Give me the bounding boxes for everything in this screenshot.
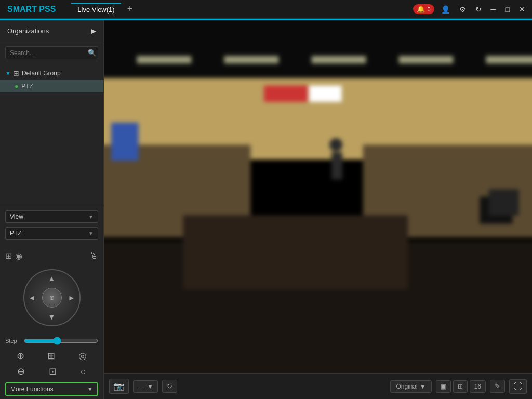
zoom-in-button[interactable]: ⊕ <box>17 350 24 362</box>
titlebar-tabs: Live View(1) + <box>71 3 136 16</box>
ptz-top-row: ⊞ ◉ 🖱 <box>5 251 98 261</box>
edit-button[interactable]: ✎ <box>490 380 505 393</box>
ptz-icon-buttons: ⊞ ◉ <box>5 251 22 261</box>
view-dropdown[interactable]: View ▼ <box>5 210 98 223</box>
zoom-out-button[interactable]: ⊖ <box>17 366 25 377</box>
search-bar: 🔍 <box>5 46 98 59</box>
tree-item-ptz-label: PTZ <box>21 83 33 90</box>
controls-section: View ▼ PTZ ▼ <box>0 206 103 248</box>
joystick-down-icon[interactable]: ▼ <box>48 313 56 321</box>
more-functions-label: More Functions <box>10 385 54 393</box>
search-input[interactable] <box>10 49 88 57</box>
maximize-button[interactable]: □ <box>503 4 512 15</box>
device-tree: ▼ ⊞ Default Group ● PTZ <box>0 63 103 206</box>
stream-chevron-icon: ▼ <box>147 383 153 390</box>
refresh-stream-button[interactable]: ↻ <box>162 380 177 393</box>
original-label: Original <box>396 383 417 390</box>
org-chevron-icon: ▶ <box>91 27 96 35</box>
focus-auto-button[interactable]: ⊡ <box>49 366 57 377</box>
snapshot-button[interactable]: 📷 <box>109 379 129 394</box>
group-icon: ⊞ <box>13 69 19 77</box>
layout-2x2-button[interactable]: ⊞ <box>453 380 468 393</box>
app-name-pss: PSS <box>37 5 56 14</box>
ptz-joystick-area: ⊞ ◉ 🖱 ▲ ▼ ◄ ► ⊕ <box>0 248 103 334</box>
step-label: Step <box>5 338 20 344</box>
fullscreen-button[interactable]: ⛶ <box>509 379 527 394</box>
joystick-container[interactable]: ▲ ▼ ◄ ► ⊕ <box>18 264 86 331</box>
titlebar: SMART PSS Live View(1) + 🔔 0 👤 ⚙ ↻ ─ □ ✕ <box>0 0 532 19</box>
ptz-dropdown-label: PTZ <box>10 230 22 237</box>
bell-icon: 🔔 <box>417 5 425 13</box>
tab-add-button[interactable]: + <box>124 4 136 15</box>
layout-1x1-button[interactable]: ▣ <box>436 380 451 393</box>
joystick-left-icon[interactable]: ◄ <box>29 294 36 302</box>
iris-open-button[interactable]: ◎ <box>78 350 87 362</box>
tree-group-default[interactable]: ▼ ⊞ Default Group <box>0 66 103 80</box>
video-area <box>104 20 532 373</box>
original-chevron-icon: ▼ <box>420 383 426 390</box>
titlebar-right: 🔔 0 👤 ⚙ ↻ ─ □ ✕ <box>413 4 532 15</box>
bottom-toolbar: 📷 — ▼ ↻ Original ▼ ▣ ⊞ 16 ✎ ⛶ <box>104 373 532 399</box>
settings-button[interactable]: ⚙ <box>457 4 469 15</box>
original-dropdown[interactable]: Original ▼ <box>390 380 431 393</box>
alert-badge[interactable]: 🔔 0 <box>413 4 434 14</box>
layout-4x4-button[interactable]: 16 <box>470 380 486 393</box>
organizations-label: Organizations <box>7 27 49 35</box>
organizations-header[interactable]: Organizations ▶ <box>0 20 103 42</box>
joystick-center-button[interactable]: ⊕ <box>42 288 62 308</box>
view-label: View <box>10 213 23 220</box>
step-slider[interactable] <box>24 337 98 345</box>
joystick-up-icon[interactable]: ▲ <box>48 274 56 283</box>
tree-arrow-icon: ▼ <box>5 70 11 76</box>
minimize-button[interactable]: ─ <box>488 4 499 15</box>
video-feed <box>104 20 532 373</box>
iris-close-button[interactable]: ○ <box>81 366 86 377</box>
tree-item-ptz[interactable]: ● PTZ <box>0 80 103 92</box>
sidebar: Organizations ▶ 🔍 ▼ ⊞ Default Group ● PT… <box>0 20 104 399</box>
app-name-smart: SMART <box>7 5 37 14</box>
content-area: 📷 — ▼ ↻ Original ▼ ▣ ⊞ 16 ✎ ⛶ <box>104 20 532 399</box>
app-logo: SMART PSS <box>7 5 56 14</box>
badge-count: 0 <box>427 6 430 12</box>
joystick-center-icon: ⊕ <box>49 294 55 301</box>
stream-label: — <box>138 383 144 390</box>
ptz-dropdown[interactable]: PTZ ▼ <box>5 227 98 240</box>
more-functions-chevron-icon: ▼ <box>87 386 93 392</box>
tree-group-label: Default Group <box>22 70 61 77</box>
titlebar-left: SMART PSS Live View(1) + <box>0 3 136 16</box>
step-row: Step <box>0 334 103 348</box>
zoom-focus-row-2: ⊖ ⊡ ○ <box>0 364 103 379</box>
layout-buttons: ▣ ⊞ 16 <box>436 380 486 393</box>
ptz-chevron-icon: ▼ <box>88 231 94 236</box>
stream-dropdown[interactable]: — ▼ <box>133 380 158 393</box>
refresh-button[interactable]: ↻ <box>473 4 484 15</box>
tab-live-view[interactable]: Live View(1) <box>71 3 121 16</box>
more-functions-bar[interactable]: More Functions ▼ <box>5 382 98 396</box>
view-chevron-icon: ▼ <box>88 214 94 220</box>
ptz-grid-icon[interactable]: ⊞ <box>5 251 12 261</box>
focus-center-button[interactable]: ⊞ <box>47 350 55 362</box>
camera-icon: ● <box>15 83 18 90</box>
ptz-mouse-icon[interactable]: 🖱 <box>90 251 98 261</box>
user-button[interactable]: 👤 <box>438 4 453 15</box>
joystick-background: ▲ ▼ ◄ ► ⊕ <box>23 269 81 326</box>
zoom-focus-row: ⊕ ⊞ ◎ <box>0 348 103 364</box>
main-layout: Organizations ▶ 🔍 ▼ ⊞ Default Group ● PT… <box>0 20 532 399</box>
joystick-right-icon[interactable]: ► <box>68 294 75 302</box>
ptz-extra-icon[interactable]: ◉ <box>15 251 22 261</box>
search-icon: 🔍 <box>88 49 96 57</box>
close-button[interactable]: ✕ <box>516 4 528 15</box>
